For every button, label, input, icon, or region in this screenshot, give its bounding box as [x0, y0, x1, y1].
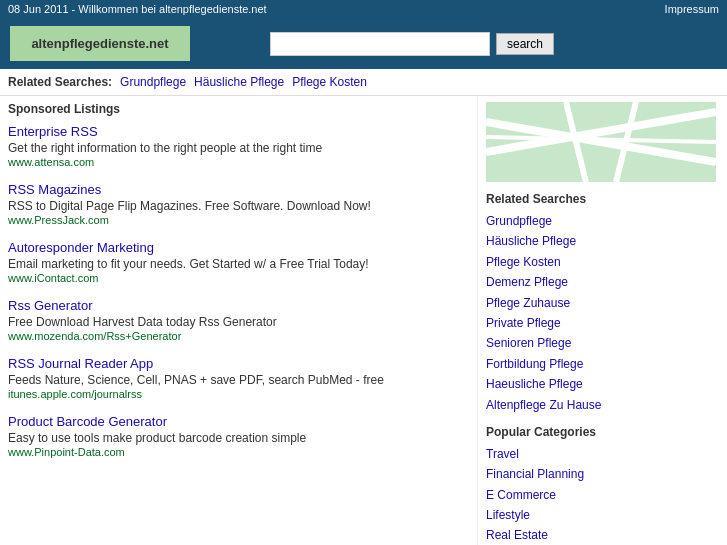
- search-form: search: [270, 32, 554, 56]
- list-item: RSS Magazines RSS to Digital Page Flip M…: [8, 182, 469, 226]
- category-link[interactable]: E Commerce: [486, 485, 719, 505]
- related-searches-bar: Related Searches: Grundpflege Häusliche …: [0, 69, 727, 96]
- listing-title-link[interactable]: Autoresponder Marketing: [8, 240, 154, 255]
- listing-title-link[interactable]: RSS Magazines: [8, 182, 101, 197]
- right-link[interactable]: Pflege Zuhause: [486, 293, 719, 313]
- map-image: [486, 102, 716, 182]
- main-content: Sponsored Listings Enterprise RSS Get th…: [0, 96, 727, 545]
- right-link[interactable]: Pflege Kosten: [486, 252, 719, 272]
- search-button[interactable]: search: [496, 33, 554, 55]
- popular-categories-title: Popular Categories: [486, 425, 719, 439]
- listing-title-link[interactable]: Rss Generator: [8, 298, 93, 313]
- search-input[interactable]: [270, 32, 490, 56]
- listing-url: www.iContact.com: [8, 272, 469, 284]
- right-link[interactable]: Demenz Pflege: [486, 272, 719, 292]
- left-column: Sponsored Listings Enterprise RSS Get th…: [0, 96, 477, 545]
- category-link[interactable]: Lifestyle: [486, 505, 719, 525]
- sponsored-label: Sponsored Listings: [8, 102, 469, 116]
- right-related-searches: Related Searches Grundpflege Häusliche P…: [486, 192, 719, 415]
- related-searches-label: Related Searches:: [8, 75, 112, 89]
- related-search-grundpflege[interactable]: Grundpflege: [120, 75, 186, 89]
- listing-url: www.attensa.com: [8, 156, 469, 168]
- listing-title-link[interactable]: Enterprise RSS: [8, 124, 98, 139]
- top-bar-title: 08 Jun 2011 - Willkommen bei altenpflege…: [8, 3, 267, 15]
- site-logo: altenpflegedienste.net: [10, 26, 190, 61]
- right-column: Related Searches Grundpflege Häusliche P…: [477, 96, 727, 545]
- header: altenpflegedienste.net search: [0, 18, 727, 69]
- listing-desc: Feeds Nature, Science, Cell, PNAS + save…: [8, 373, 469, 387]
- related-search-haeusliche[interactable]: Häusliche Pflege: [194, 75, 284, 89]
- right-link[interactable]: Senioren Pflege: [486, 333, 719, 353]
- top-bar: 08 Jun 2011 - Willkommen bei altenpflege…: [0, 0, 727, 18]
- listing-title-link[interactable]: Product Barcode Generator: [8, 414, 167, 429]
- listing-url: www.Pinpoint-Data.com: [8, 446, 469, 458]
- list-item: Enterprise RSS Get the right information…: [8, 124, 469, 168]
- listing-desc: RSS to Digital Page Flip Magazines. Free…: [8, 199, 469, 213]
- list-item: Rss Generator Free Download Harvest Data…: [8, 298, 469, 342]
- listing-desc: Email marketing to fit your needs. Get S…: [8, 257, 469, 271]
- right-link[interactable]: Grundpflege: [486, 211, 719, 231]
- category-link[interactable]: Real Estate: [486, 525, 719, 545]
- right-related-links: Grundpflege Häusliche Pflege Pflege Kost…: [486, 211, 719, 415]
- impressum-link[interactable]: Impressum: [665, 3, 719, 15]
- list-item: Autoresponder Marketing Email marketing …: [8, 240, 469, 284]
- listing-title-link[interactable]: RSS Journal Reader App: [8, 356, 153, 371]
- related-search-kosten[interactable]: Pflege Kosten: [292, 75, 367, 89]
- listing-desc: Free Download Harvest Data today Rss Gen…: [8, 315, 469, 329]
- category-link[interactable]: Travel: [486, 444, 719, 464]
- right-related-title: Related Searches: [486, 192, 719, 206]
- right-link[interactable]: Fortbildung Pflege: [486, 354, 719, 374]
- listing-url: itunes.apple.com/journalrss: [8, 388, 469, 400]
- listing-desc: Get the right information to the right p…: [8, 141, 469, 155]
- listing-desc: Easy to use tools make product barcode c…: [8, 431, 469, 445]
- listing-url: www.PressJack.com: [8, 214, 469, 226]
- listing-url: www.mozenda.com/Rss+Generator: [8, 330, 469, 342]
- popular-categories: Popular Categories Travel Financial Plan…: [486, 425, 719, 545]
- right-link[interactable]: Private Pflege: [486, 313, 719, 333]
- list-item: Product Barcode Generator Easy to use to…: [8, 414, 469, 458]
- popular-categories-links: Travel Financial Planning E Commerce Lif…: [486, 444, 719, 545]
- right-link[interactable]: Altenpflege Zu Hause: [486, 395, 719, 415]
- right-link[interactable]: Häusliche Pflege: [486, 231, 719, 251]
- list-item: RSS Journal Reader App Feeds Nature, Sci…: [8, 356, 469, 400]
- right-link[interactable]: Haeusliche Pflege: [486, 374, 719, 394]
- category-link[interactable]: Financial Planning: [486, 464, 719, 484]
